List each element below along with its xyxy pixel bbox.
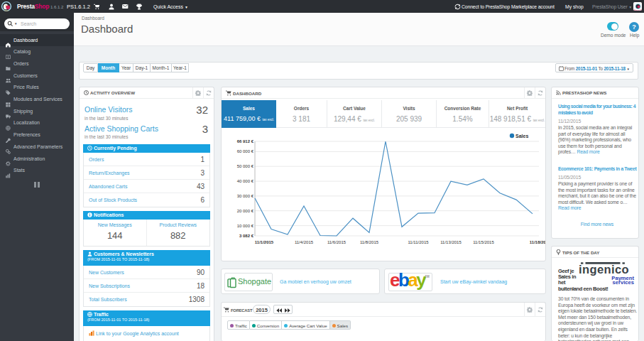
svg-text:20 000 €: 20 000 €: [237, 209, 254, 213]
svg-text:40 000 €: 40 000 €: [237, 179, 254, 183]
svg-text:11/6/2015: 11/6/2015: [327, 240, 346, 244]
svg-text:10 000 €: 10 000 €: [237, 224, 254, 228]
svg-text:11/11/2015: 11/11/2015: [408, 240, 429, 244]
svg-text:3 082 €: 3 082 €: [239, 234, 254, 238]
svg-text:30 000 €: 30 000 €: [237, 194, 254, 198]
svg-text:66 912 €: 66 912 €: [237, 139, 254, 144]
svg-text:11/13/2015: 11/13/2015: [440, 240, 462, 244]
svg-text:11/1/2015: 11/1/2015: [255, 240, 274, 244]
svg-text:11/15/2015: 11/15/2015: [473, 240, 494, 244]
svg-text:Sales: Sales: [515, 134, 528, 139]
svg-text:11/4/2015: 11/4/2015: [295, 240, 314, 244]
svg-text:11/8/2015: 11/8/2015: [360, 240, 379, 244]
svg-text:11/18/201: 11/18/201: [530, 240, 545, 244]
svg-text:60 000 €: 60 000 €: [237, 149, 254, 153]
svg-text:PrestaShop: PrestaShop: [634, 9, 642, 11]
svg-text:50 000 €: 50 000 €: [237, 164, 254, 168]
